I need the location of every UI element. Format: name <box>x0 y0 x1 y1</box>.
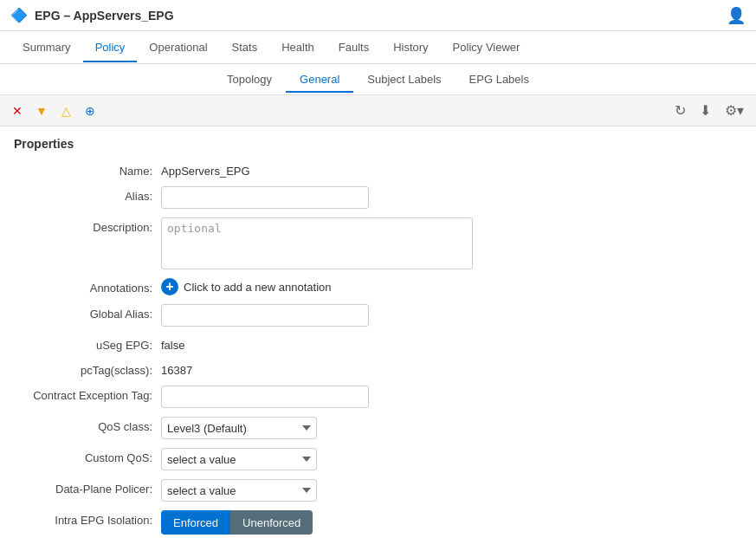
field-annotations: Annotations: + Click to add a new annota… <box>14 278 742 295</box>
user-icon[interactable]: 👤 <box>727 6 746 25</box>
global-alias-input[interactable] <box>161 304 369 327</box>
value-intra-epg-isolation: Enforced Unenforced <box>161 510 742 535</box>
app-icon: 🔷 <box>10 7 28 23</box>
value-annotations: + Click to add a new annotation <box>161 278 742 295</box>
alias-input[interactable] <box>161 186 369 209</box>
toolbar: ✕ ▼ △ ⊕ ↻ ⬇ ⚙▾ <box>0 95 756 126</box>
label-useg: uSeg EPG: <box>14 335 161 352</box>
value-alias <box>161 186 742 209</box>
tab-policy-viewer[interactable]: Policy Viewer <box>441 34 533 62</box>
value-global-alias <box>161 304 742 327</box>
value-qos-class: Level3 (Default) <box>161 417 742 439</box>
value-data-plane-policer: select a value <box>161 479 742 502</box>
plus-icon: + <box>161 278 178 295</box>
refresh-icon[interactable]: ↻ <box>671 100 689 120</box>
toolbar-left: ✕ ▼ △ ⊕ <box>9 102 99 120</box>
value-contract-exception <box>161 386 742 408</box>
label-alias: Alias: <box>14 186 161 203</box>
name-value: AppServers_EPG <box>161 161 250 178</box>
subtab-epg-labels[interactable]: EPG Labels <box>456 68 543 93</box>
useg-value: false <box>161 335 184 352</box>
tab-stats[interactable]: Stats <box>220 34 270 62</box>
value-useg: false <box>161 335 742 352</box>
tab-health[interactable]: Health <box>269 34 326 62</box>
field-useg: uSeg EPG: false <box>14 335 742 352</box>
value-pctag: 16387 <box>161 360 742 377</box>
app-header: 🔷 EPG – AppServers_EPG 👤 <box>0 0 756 31</box>
field-custom-qos: Custom QoS: select a value <box>14 448 742 470</box>
field-intra-epg-isolation: Intra EPG Isolation: Enforced Unenforced <box>14 510 742 535</box>
unenforced-button[interactable]: Unenforced <box>230 510 313 535</box>
download-icon[interactable]: ⬇ <box>696 100 714 120</box>
tab-operational[interactable]: Operational <box>137 34 219 62</box>
section-title: Properties <box>14 137 742 151</box>
add-annotation-button[interactable]: + Click to add a new annotation <box>161 278 332 295</box>
tab-policy[interactable]: Policy <box>83 34 138 62</box>
info-icon[interactable]: ⊕ <box>81 102 99 120</box>
label-data-plane-policer: Data-Plane Policer: <box>14 479 161 496</box>
content-area: Properties Name: AppServers_EPG Alias: D… <box>0 126 756 538</box>
tab-history[interactable]: History <box>381 34 440 62</box>
annotation-btn-label: Click to add a new annotation <box>184 281 332 294</box>
intra-epg-isolation-toggle: Enforced Unenforced <box>161 510 313 535</box>
label-annotations: Annotations: <box>14 278 161 295</box>
field-data-plane-policer: Data-Plane Policer: select a value <box>14 479 742 502</box>
alert-icon[interactable]: △ <box>57 102 74 120</box>
subtab-topology[interactable]: Topology <box>213 68 286 93</box>
toolbar-right: ↻ ⬇ ⚙▾ <box>671 100 747 120</box>
contract-exception-input[interactable] <box>161 386 369 408</box>
label-intra-epg-isolation: Intra EPG Isolation: <box>14 510 161 527</box>
custom-qos-select[interactable]: select a value <box>161 448 317 470</box>
warning-icon[interactable]: ▼ <box>33 102 50 120</box>
label-contract-exception: Contract Exception Tag: <box>14 386 161 402</box>
subtab-subject-labels[interactable]: Subject Labels <box>353 68 455 93</box>
sub-nav: Topology General Subject Labels EPG Labe… <box>0 64 756 95</box>
field-global-alias: Global Alias: <box>14 304 742 327</box>
value-name: AppServers_EPG <box>161 161 742 178</box>
field-qos-class: QoS class: Level3 (Default) <box>14 417 742 439</box>
field-pctag: pcTag(sclass): 16387 <box>14 360 742 377</box>
app-title: EPG – AppServers_EPG <box>35 9 174 23</box>
error-icon[interactable]: ✕ <box>9 102 26 120</box>
qos-class-select[interactable]: Level3 (Default) <box>161 417 317 439</box>
subtab-general[interactable]: General <box>286 68 353 93</box>
label-global-alias: Global Alias: <box>14 304 161 321</box>
field-name: Name: AppServers_EPG <box>14 161 742 178</box>
label-custom-qos: Custom QoS: <box>14 448 161 464</box>
field-description: Description: optional <box>14 217 742 269</box>
top-nav: Summary Policy Operational Stats Health … <box>0 31 756 64</box>
label-name: Name: <box>14 161 161 178</box>
settings-icon[interactable]: ⚙▾ <box>721 100 747 120</box>
value-custom-qos: select a value <box>161 448 742 470</box>
label-description: Description: <box>14 217 161 234</box>
field-contract-exception: Contract Exception Tag: <box>14 386 742 408</box>
description-input[interactable]: optional <box>161 217 473 269</box>
pctag-value: 16387 <box>161 360 192 377</box>
label-pctag: pcTag(sclass): <box>14 360 161 377</box>
tab-summary[interactable]: Summary <box>10 34 83 62</box>
data-plane-policer-select[interactable]: select a value <box>161 479 317 502</box>
value-description: optional <box>161 217 742 269</box>
enforced-button[interactable]: Enforced <box>161 510 230 535</box>
label-qos-class: QoS class: <box>14 417 161 433</box>
field-alias: Alias: <box>14 186 742 209</box>
tab-faults[interactable]: Faults <box>326 34 381 62</box>
